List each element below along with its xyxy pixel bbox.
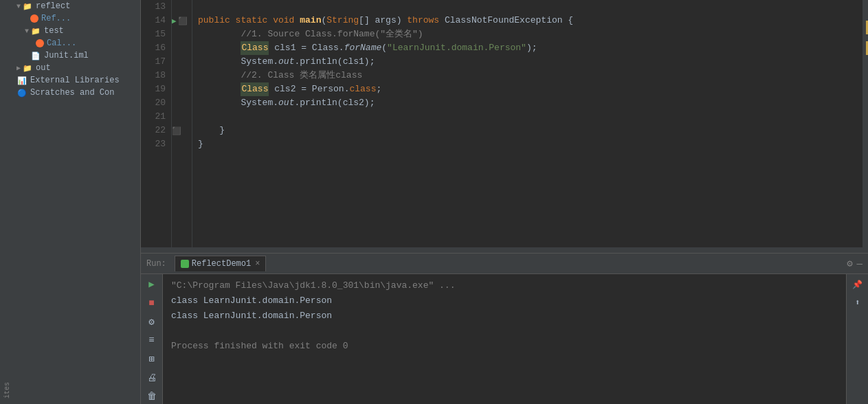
run-layout-button[interactable]: ⊞ bbox=[144, 352, 159, 366]
folder-icon: 📁 bbox=[22, 2, 33, 11]
bracket: [] args) bbox=[359, 14, 407, 27]
code-line-14: public static void main ( String [] args… bbox=[198, 14, 863, 27]
sidebar-iml-label: Junit.iml bbox=[44, 51, 89, 60]
sidebar-scratches-label: Scratches and Con bbox=[30, 88, 114, 98]
far-left-label: ites bbox=[3, 382, 11, 399]
kw-static: static bbox=[236, 14, 274, 27]
output-line-empty bbox=[171, 324, 838, 339]
folder-out-icon: 📁 bbox=[22, 64, 33, 73]
sidebar-ref-label: Ref... bbox=[41, 14, 71, 23]
run-tab-label: ReflectDemo1 bbox=[192, 259, 251, 269]
line-num-13: 13 bbox=[141, 0, 166, 14]
sidebar-item-iml[interactable]: 📄 Junit.iml bbox=[14, 49, 140, 62]
process-finished-line: Process finished with exit code 0 bbox=[171, 339, 838, 354]
code-line-20: System. out .println(cls2); bbox=[198, 96, 863, 110]
run-tab-reflectdemo1[interactable]: ReflectDemo1 × bbox=[175, 256, 267, 271]
semi-19: ; bbox=[376, 82, 381, 96]
sidebar-reflect-label: reflect bbox=[36, 1, 70, 11]
gutter-22: ⬛ bbox=[172, 124, 192, 137]
sidebar: ▼ 📁 reflect Ref... ▼ 📁 test Cal... 📄 Jun… bbox=[14, 0, 141, 404]
line-num-14: 14 bbox=[141, 14, 166, 27]
run-header-right: ⚙ — bbox=[847, 258, 863, 269]
expand-button[interactable]: ⬆ bbox=[850, 295, 865, 310]
code-16-mid: cls1 = Class. bbox=[269, 41, 344, 55]
code-line-16: Class cls1 = Class. forName ( "LearnJuni… bbox=[198, 41, 863, 55]
paren-close-16: ); bbox=[526, 41, 537, 55]
lib-icon: 📊 bbox=[16, 76, 27, 85]
output-line-1: class LearnJunit.domain.Person bbox=[171, 293, 838, 308]
println-17: .println(cls1); bbox=[294, 55, 375, 69]
run-play-button[interactable]: ▶ bbox=[144, 277, 159, 291]
line-num-16: 16 bbox=[141, 41, 166, 55]
sidebar-extlibs-label: External Libraries bbox=[30, 76, 120, 85]
scratches-icon: 🔵 bbox=[16, 89, 27, 98]
gutter: ▶ ⬛ ⬛ bbox=[172, 0, 192, 247]
sidebar-item-ref[interactable]: Ref... bbox=[14, 12, 140, 25]
line-num-22: 22 bbox=[141, 124, 166, 137]
class-kw-19: Class bbox=[241, 82, 269, 96]
code-19-mid: cls2 = Person. bbox=[269, 82, 349, 96]
code-line-18: //2. Class 类名属性class bbox=[198, 69, 863, 82]
right-scrollbar[interactable] bbox=[863, 0, 868, 247]
sidebar-cal-label: Cal... bbox=[47, 38, 76, 48]
line-num-18: 18 bbox=[141, 69, 166, 82]
far-left-bar: ites bbox=[0, 0, 14, 404]
comment-18: //2. Class 类名属性class bbox=[198, 69, 362, 82]
bookmark-22-icon[interactable]: ⬛ bbox=[172, 126, 181, 135]
pin-button[interactable]: 📌 bbox=[850, 277, 865, 292]
editor-horizontal-scrollbar[interactable] bbox=[141, 247, 868, 253]
collapse-icon[interactable]: — bbox=[857, 258, 863, 269]
method-main: main bbox=[300, 14, 321, 27]
sidebar-item-reflect[interactable]: ▼ 📁 reflect bbox=[14, 0, 140, 12]
sidebar-item-scratches[interactable]: 🔵 Scratches and Con bbox=[14, 87, 140, 99]
run-output[interactable]: "C:\Program Files\Java\jdk1.8.0_301\bin\… bbox=[163, 274, 846, 404]
indent-17: System. bbox=[198, 55, 278, 69]
out-field-20: out bbox=[278, 96, 294, 110]
code-line-21 bbox=[198, 110, 863, 124]
run-gutter-icon[interactable]: ▶ bbox=[172, 16, 177, 25]
indent-19 bbox=[198, 82, 241, 96]
kw-void: void bbox=[273, 14, 300, 27]
settings-icon[interactable]: ⚙ bbox=[847, 258, 852, 269]
kw-string-array: String bbox=[326, 14, 359, 27]
arrow-out-icon: ▶ bbox=[16, 64, 21, 72]
string-fullname: "LearnJunit.domain.Person" bbox=[387, 41, 526, 55]
sidebar-item-test[interactable]: ▼ 📁 test bbox=[14, 25, 140, 37]
arrow-icon-test: ▼ bbox=[25, 27, 29, 35]
bookmark-gutter-icon[interactable]: ⬛ bbox=[178, 16, 188, 25]
class-kw-16: Class bbox=[241, 41, 269, 55]
code-editor: 13 14 15 16 17 18 19 20 21 22 23 ▶ bbox=[141, 0, 868, 253]
code-lines-content[interactable]: public static void main ( String [] args… bbox=[192, 0, 863, 247]
run-tab-close[interactable]: × bbox=[255, 259, 260, 269]
gutter-20 bbox=[172, 96, 192, 110]
code-line-19: Class cls2 = Person. class ; bbox=[198, 82, 863, 96]
line-num-20: 20 bbox=[141, 96, 166, 110]
output-line-2: class LearnJunit.domain.Person bbox=[171, 308, 838, 324]
run-clear-button[interactable]: 🗑 bbox=[144, 390, 159, 404]
sidebar-item-out[interactable]: ▶ 📁 out bbox=[14, 62, 140, 74]
code-line-22: } bbox=[198, 124, 863, 137]
println-20: .println(cls2); bbox=[294, 96, 375, 110]
sidebar-item-cal[interactable]: Cal... bbox=[14, 37, 140, 49]
closing-brace-class: } bbox=[198, 137, 203, 151]
run-indicator-icon bbox=[30, 14, 38, 23]
exception-name: ClassNotFoundException { bbox=[445, 14, 573, 27]
run-scroll-end-button[interactable]: ≡ bbox=[144, 333, 159, 348]
gutter-23 bbox=[172, 137, 192, 151]
gutter-21 bbox=[172, 110, 192, 124]
sidebar-item-extlibs[interactable]: 📊 External Libraries bbox=[14, 74, 140, 87]
cmd-line: "C:\Program Files\Java\jdk1.8.0_301\bin\… bbox=[171, 278, 838, 293]
code-line-13 bbox=[198, 0, 863, 14]
run-stop-button[interactable]: ■ bbox=[144, 295, 159, 310]
run-rerun-button[interactable]: ⚙ bbox=[144, 315, 159, 329]
gutter-17 bbox=[172, 55, 192, 69]
line-numbers: 13 14 15 16 17 18 19 20 21 22 23 bbox=[141, 0, 172, 247]
paren-forname: ( bbox=[381, 41, 387, 55]
kw-public: public bbox=[198, 14, 236, 27]
run-tab-icon bbox=[181, 260, 189, 268]
class-prop: class bbox=[349, 82, 376, 96]
indent-16 bbox=[198, 41, 241, 55]
gutter-15 bbox=[172, 27, 192, 41]
folder-test-icon: 📁 bbox=[30, 27, 41, 36]
run-print-button[interactable]: 🖨 bbox=[144, 370, 159, 385]
